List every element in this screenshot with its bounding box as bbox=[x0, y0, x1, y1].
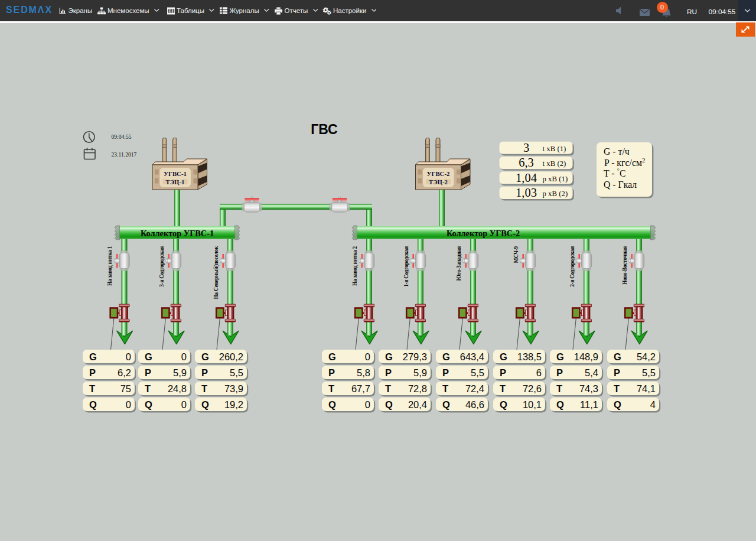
svg-text:4: 4 bbox=[650, 399, 656, 410]
svg-text:Q: Q bbox=[614, 399, 621, 410]
svg-text:6,3: 6,3 bbox=[519, 156, 534, 169]
svg-text:Юго-Западная: Юго-Западная bbox=[456, 246, 462, 281]
svg-text:P: P bbox=[145, 367, 151, 378]
svg-text:09:04:55: 09:04:55 bbox=[112, 133, 132, 140]
svg-text:T: T bbox=[614, 383, 620, 394]
svg-text:3-я Содгородская: 3-я Содгородская bbox=[159, 246, 165, 287]
svg-text:G - т/ч: G - т/ч bbox=[604, 146, 630, 157]
svg-text:72,8: 72,8 bbox=[408, 383, 427, 394]
svg-text:На завод нитка 1: На завод нитка 1 bbox=[107, 246, 113, 286]
svg-text:5,5: 5,5 bbox=[230, 367, 243, 378]
svg-text:G: G bbox=[556, 351, 564, 362]
svg-text:46,6: 46,6 bbox=[465, 399, 484, 410]
svg-text:6: 6 bbox=[536, 367, 542, 378]
svg-text:5,5: 5,5 bbox=[642, 367, 656, 378]
svg-text:138,5: 138,5 bbox=[517, 351, 542, 362]
svg-text:Q: Q bbox=[500, 399, 507, 410]
svg-text:Ново-Восточная: Ново-Восточная bbox=[622, 246, 628, 285]
svg-text:На Северный(поселок: На Северный(поселок bbox=[213, 246, 220, 299]
svg-text:0: 0 bbox=[365, 351, 370, 362]
svg-text:148,9: 148,9 bbox=[574, 351, 598, 362]
svg-text:P: P bbox=[328, 367, 335, 378]
svg-text:T: T bbox=[556, 383, 562, 394]
svg-text:Коллектор УГВС-1: Коллектор УГВС-1 bbox=[141, 229, 214, 238]
svg-text:ТЭЦ-2: ТЭЦ-2 bbox=[429, 178, 448, 185]
svg-text:МСЧ-9: МСЧ-9 bbox=[513, 246, 519, 263]
svg-text:G: G bbox=[614, 351, 621, 362]
svg-text:T: T bbox=[385, 383, 391, 394]
svg-text:20,4: 20,4 bbox=[408, 399, 427, 410]
svg-text:УГВС-1: УГВС-1 bbox=[164, 170, 187, 177]
svg-text:P: P bbox=[201, 367, 208, 378]
svg-text:0: 0 bbox=[181, 351, 187, 362]
svg-text:74,3: 74,3 bbox=[579, 383, 598, 394]
svg-text:Коллектор УГВС-2: Коллектор УГВС-2 bbox=[447, 229, 520, 238]
svg-text:260,2: 260,2 bbox=[219, 351, 243, 362]
svg-text:2-я Содгородская: 2-я Содгородская bbox=[569, 246, 575, 287]
svg-text:5,9: 5,9 bbox=[413, 367, 427, 378]
svg-text:T - °C: T - °C bbox=[604, 167, 625, 178]
svg-text:5,9: 5,9 bbox=[173, 367, 187, 378]
svg-text:1,04: 1,04 bbox=[516, 171, 537, 184]
svg-text:УГВС-2: УГВС-2 bbox=[427, 170, 450, 177]
svg-text:Q - Гкал: Q - Гкал bbox=[604, 180, 637, 190]
svg-text:P: P bbox=[614, 367, 620, 378]
svg-text:54,2: 54,2 bbox=[637, 351, 656, 362]
svg-text:1-я Содгородская: 1-я Содгородская bbox=[403, 246, 409, 287]
svg-text:ГВС: ГВС bbox=[311, 122, 337, 137]
svg-text:72,6: 72,6 bbox=[523, 383, 542, 394]
svg-text:0: 0 bbox=[181, 399, 187, 410]
svg-text:643,4: 643,4 bbox=[460, 351, 484, 362]
svg-text:G: G bbox=[328, 351, 336, 362]
svg-text:19,2: 19,2 bbox=[224, 399, 243, 410]
svg-text:0: 0 bbox=[126, 399, 131, 410]
svg-text:P: P bbox=[500, 367, 506, 378]
svg-text:P: P bbox=[385, 367, 392, 378]
svg-text:5,5: 5,5 bbox=[471, 367, 484, 378]
svg-text:Q: Q bbox=[442, 399, 450, 410]
svg-text:23.11.2017: 23.11.2017 bbox=[112, 151, 137, 158]
svg-text:t хВ (1): t хВ (1) bbox=[543, 145, 566, 153]
svg-text:3: 3 bbox=[523, 141, 529, 154]
svg-text:G: G bbox=[89, 351, 97, 362]
svg-text:Q: Q bbox=[385, 399, 393, 410]
svg-text:T: T bbox=[201, 383, 207, 394]
svg-text:Q: Q bbox=[201, 399, 209, 410]
svg-text:р хВ (1): р хВ (1) bbox=[543, 175, 568, 183]
svg-text:ТЭЦ-1: ТЭЦ-1 bbox=[166, 178, 185, 185]
svg-text:0: 0 bbox=[365, 399, 370, 410]
svg-text:6,2: 6,2 bbox=[118, 367, 131, 378]
svg-text:P - кгс/см2: P - кгс/см2 bbox=[604, 157, 645, 168]
svg-text:11,1: 11,1 bbox=[580, 399, 598, 410]
svg-text:T: T bbox=[145, 383, 151, 394]
svg-text:67,7: 67,7 bbox=[351, 383, 370, 394]
svg-text:74,1: 74,1 bbox=[637, 383, 656, 394]
svg-text:24,8: 24,8 bbox=[168, 383, 187, 394]
svg-text:T: T bbox=[500, 383, 506, 394]
svg-text:T: T bbox=[442, 383, 448, 394]
svg-text:T: T bbox=[89, 383, 95, 394]
svg-text:279,3: 279,3 bbox=[403, 351, 427, 362]
svg-text:T: T bbox=[328, 383, 334, 394]
svg-text:1,03: 1,03 bbox=[516, 186, 537, 199]
svg-text:G: G bbox=[385, 351, 393, 362]
svg-text:Q: Q bbox=[89, 399, 97, 410]
svg-text:На завод нитка 2: На завод нитка 2 bbox=[352, 246, 358, 286]
svg-text:P: P bbox=[442, 367, 449, 378]
svg-text:G: G bbox=[500, 351, 507, 362]
svg-text:73,9: 73,9 bbox=[224, 383, 243, 394]
svg-text:P: P bbox=[89, 367, 96, 378]
svg-text:G: G bbox=[145, 351, 152, 362]
svg-text:0: 0 bbox=[126, 351, 131, 362]
svg-text:10,1: 10,1 bbox=[523, 399, 542, 410]
svg-text:t хВ (2): t хВ (2) bbox=[543, 159, 566, 168]
svg-text:P: P bbox=[556, 367, 563, 378]
svg-text:5,4: 5,4 bbox=[585, 367, 598, 378]
svg-text:5,8: 5,8 bbox=[357, 367, 370, 378]
svg-text:72,4: 72,4 bbox=[465, 383, 484, 394]
svg-text:Q: Q bbox=[556, 399, 564, 410]
svg-text:G: G bbox=[201, 351, 209, 362]
svg-text:75: 75 bbox=[120, 383, 131, 394]
svg-text:р хВ (2): р хВ (2) bbox=[543, 190, 568, 198]
svg-text:Q: Q bbox=[328, 399, 336, 410]
